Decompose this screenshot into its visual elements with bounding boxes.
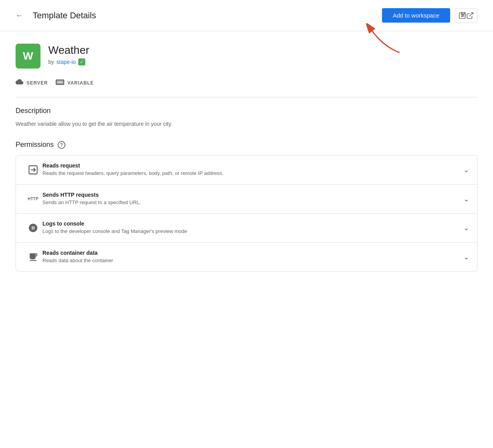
permission-logs-console[interactable]: Logs to console Logs to the developer co… [16,213,477,243]
external-link-icon [466,12,474,19]
svg-line-3 [469,12,473,16]
http-icon: HTTP [28,197,39,201]
template-tags: SERVER VARIABLE [16,78,477,97]
author-link[interactable]: stape-io [56,59,76,65]
reads-request-icon-wrap [24,164,42,175]
verified-icon: ✓ [78,58,85,65]
permissions-section: Permissions ? Reads request Reads the re… [16,141,477,272]
sends-http-desc: Sends an HTTP request to a specified URL… [42,199,459,206]
logs-console-text: Logs to console Logs to the developer co… [42,220,459,235]
permissions-list: Reads request Reads the request headers,… [16,155,477,272]
help-icon[interactable]: ? [58,141,65,149]
reads-request-name: Reads request [42,162,459,169]
external-link-icon [458,12,466,19]
external-link-button[interactable] [455,8,477,23]
sends-http-name: Sends HTTP requests [42,192,459,198]
reads-request-chevron: ⌄ [463,166,469,174]
back-button[interactable]: ← [12,8,26,23]
reads-container-desc: Reads data about the container [42,257,459,265]
back-icon: ← [16,11,23,20]
logs-console-desc: Logs to the developer console and Tag Ma… [42,228,459,235]
permission-sends-http[interactable]: HTTP Sends HTTP requests Sends an HTTP r… [16,185,477,214]
server-tag-label: SERVER [26,80,48,86]
permission-reads-request[interactable]: Reads request Reads the request headers,… [16,155,477,185]
reads-request-text: Reads request Reads the request headers,… [42,162,459,177]
reads-container-text: Reads container data Reads data about th… [42,250,459,265]
svg-rect-7 [57,81,63,83]
header: ← Template Details Add to workspace [0,0,493,31]
main-content: W Weather by stape-io ✓ SERVER [0,31,493,300]
add-to-workspace-button[interactable]: Add to workspace [382,8,450,23]
header-right: Add to workspace [382,8,477,23]
template-logo: W [16,44,40,69]
template-author: by stape-io ✓ [48,58,89,65]
permissions-header: Permissions ? [16,141,477,149]
description-section: Description Weather variable allow you t… [16,107,477,128]
description-title: Description [16,107,477,115]
tag-variable: VARIABLE [56,79,94,87]
reads-container-icon-wrap [24,252,42,262]
reads-request-desc: Reads the request headers, query paramet… [42,169,459,177]
sends-http-text: Sends HTTP requests Sends an HTTP reques… [42,192,459,206]
template-info: W Weather by stape-io ✓ [16,44,477,69]
author-prefix: by [48,59,54,65]
logs-console-chevron: ⌄ [463,224,469,232]
page-title: Template Details [33,11,96,21]
template-meta: Weather by stape-io ✓ [48,44,89,65]
logs-console-icon [28,223,38,233]
permission-reads-container[interactable]: Reads container data Reads data about th… [16,243,477,272]
logs-console-icon-wrap [24,223,42,233]
variable-tag-label: VARIABLE [67,80,94,86]
permissions-title: Permissions [16,141,54,149]
cloud-icon [16,78,23,88]
reads-container-name: Reads container data [42,250,459,256]
reads-container-chevron: ⌄ [463,253,469,261]
sends-http-chevron: ⌄ [463,195,469,203]
header-left: ← Template Details [12,8,96,23]
reads-container-icon [28,252,38,262]
logs-console-name: Logs to console [42,220,459,227]
sends-http-icon-wrap: HTTP [24,197,42,201]
variable-icon [56,79,64,87]
reads-request-icon [28,164,39,175]
description-text: Weather variable allow you to get the ai… [16,120,477,128]
tag-server: SERVER [16,78,48,88]
template-name: Weather [48,44,89,57]
